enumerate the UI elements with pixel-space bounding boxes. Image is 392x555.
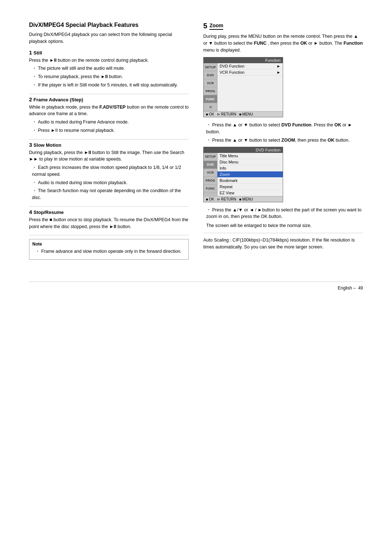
prog-icon: PROG (204, 87, 217, 95)
still-description: Press the ►II button on the remote contr… (29, 57, 189, 64)
title-menu-item: Title Menu (217, 153, 283, 159)
dvd-function-menu-body: SETUP DVD VCR PROG FUNC Title Menu Disc … (204, 153, 283, 196)
dvd-func-icon: FUNC (204, 185, 217, 193)
dvd-function-menu-title: DVD Function (204, 147, 283, 153)
dvd-function-menu-bottom: ■ OK ⊳ RETURN ■ MENU (204, 196, 283, 202)
still-bullet-3: If the player is left in Still mode for … (32, 82, 189, 89)
zoom-item: Zoom (217, 171, 283, 178)
ok-label: ■ OK (206, 112, 214, 116)
zoom-bullet-select-area: Press the ▲/▼ or ◄ / ►button to select t… (206, 207, 363, 220)
section-stop-resume: 4 Stop/Resume Press the ■ button once to… (29, 206, 189, 230)
dvd-prog-icon: PROG (204, 177, 217, 185)
page-number: 49 (358, 285, 363, 291)
divider-note (29, 235, 189, 235)
dvd-function-menu-screenshot: DVD Function SETUP DVD VCR PROG FUNC Tit… (203, 147, 283, 202)
stop-resume-description: Press the ■ button once to stop playback… (29, 216, 189, 230)
section-frame-advance: 2 Frame Advance (Step) While in playback… (29, 94, 189, 134)
info-item: Info (217, 165, 283, 171)
vcr-icon: VCR (204, 79, 217, 87)
page-content: DivX/MPEG4 Special Playback Features Dur… (29, 22, 363, 260)
zoom-label: Zoom (209, 23, 223, 30)
dvd-vcr-icon: VCR (204, 169, 217, 177)
slow-motion-bullet-2: Audio is muted during slow motion playba… (32, 179, 189, 186)
frame-advance-label: Frame Advance (Step) (33, 97, 83, 102)
ez-view-item: EZ View (217, 190, 283, 196)
dvd-setup-icon: SETUP (204, 153, 217, 161)
section-slow-motion: 3 Slow Motion During playback, press the… (29, 139, 189, 201)
slow-motion-label: Slow Motion (33, 142, 61, 148)
still-bullet-2: To resume playback, press the ►II button… (32, 73, 189, 80)
function-menu-screenshot: Function SETUP DVD VCR PROG FUNC ☆ DVD F… (203, 57, 283, 117)
still-bullet-1: The picture will still and the audio wil… (32, 65, 189, 72)
frame-advance-bullets: Audio is muted during Frame Advance mode… (29, 119, 189, 134)
intro-text: During DivX/MPEG4 playback you can selec… (29, 31, 189, 45)
zoom-bullet-zoom-select: Press the ▲ or ▼ button to select ZOOM, … (206, 137, 363, 144)
func-icon: FUNC (204, 95, 217, 103)
slow-motion-bullet-3: The Search function may not operate depe… (32, 187, 189, 201)
stop-resume-number: 4 (29, 209, 32, 215)
repeat-item: Repeat (217, 184, 283, 190)
star-icon: ☆ (204, 103, 217, 111)
dvd-ok-label: ■ OK (206, 197, 214, 201)
section-frame-advance-header: 2 Frame Advance (Step) (29, 94, 189, 102)
function-menu-items: DVD Function ► VCR Function ► (217, 63, 283, 111)
left-column: DivX/MPEG4 Special Playback Features Dur… (29, 22, 189, 260)
dvd-function-menu-icons: SETUP DVD VCR PROG FUNC (204, 153, 217, 196)
bookmark-item: Bookmark (217, 178, 283, 184)
function-menu-title: Function (204, 57, 283, 63)
note-bullets: Frame advance and slow motion operate on… (32, 248, 185, 255)
slow-motion-number: 3 (29, 142, 32, 148)
slow-motion-bullet-1: Each press increases the slow motion spe… (32, 164, 189, 178)
dvd-dvd-icon: DVD (204, 161, 217, 169)
note-title: Note (32, 242, 185, 247)
still-label: Still (33, 50, 42, 56)
divider-auto-scaling (203, 233, 363, 233)
section-stop-resume-header: 4 Stop/Resume (29, 206, 189, 215)
frame-advance-bullet-2: Press ►II to resume normal playback. (32, 127, 189, 134)
function-menu-body: SETUP DVD VCR PROG FUNC ☆ DVD Function ►… (204, 63, 283, 111)
empty-space (217, 76, 283, 92)
still-number: 1 (29, 49, 32, 56)
dvd-icon: DVD (204, 71, 217, 79)
setup-icon: SETUP (204, 63, 217, 71)
zoom-intro: During play, press the MENU button on th… (203, 33, 363, 53)
menu-label: ■ MENU (239, 112, 253, 116)
zoom-number: 5 (203, 22, 207, 30)
zoom-bullets-2: Press the ▲/▼ or ◄ / ►button to select t… (203, 207, 363, 220)
frame-advance-description: While in playback mode, press the F.ADV/… (29, 104, 189, 118)
page-footer: English – 49 (29, 281, 363, 291)
zoom-screen-info: The screen will be enlarged to twice the… (206, 222, 363, 229)
note-bullet-1: Frame advance and slow motion operate on… (35, 248, 185, 255)
dvd-function-menu-items: Title Menu Disc Menu Info Zoom Bookmark … (217, 153, 283, 196)
section-slow-motion-header: 3 Slow Motion (29, 139, 189, 148)
frame-advance-number: 2 (29, 96, 32, 102)
slow-motion-bullets: Each press increases the slow motion spe… (29, 164, 189, 201)
disc-menu-item: Disc Menu (217, 159, 283, 165)
still-bullets: The picture will still and the audio wil… (29, 65, 189, 88)
page-title: DivX/MPEG4 Special Playback Features (29, 22, 189, 28)
stop-resume-label: Stop/Resume (33, 210, 64, 215)
note-box: Note Frame advance and slow motion opera… (29, 239, 189, 260)
vcr-function-item: VCR Function ► (217, 69, 283, 76)
section-still: 1 Still Press the ►II button on the remo… (29, 49, 189, 89)
auto-scaling-text: Auto Scaling : CIF(100kbps)~D1(784kbps) … (203, 237, 363, 251)
footer-text: English – (338, 285, 358, 291)
frame-advance-bullet-1: Audio is muted during Frame Advance mode… (32, 119, 189, 126)
return-label: ⊳ RETURN (217, 112, 236, 116)
dvd-menu-label: ■ MENU (239, 197, 253, 201)
section-still-header: 1 Still (29, 49, 189, 56)
right-column: 5 Zoom During play, press the MENU butto… (203, 22, 363, 260)
zoom-bullets-1: Press the ▲ or ▼ button to select DVD Fu… (203, 122, 363, 143)
function-menu-bottom: ■ OK ⊳ RETURN ■ MENU (204, 111, 283, 117)
zoom-bullet-dvd-function: Press the ▲ or ▼ button to select DVD Fu… (206, 122, 363, 135)
function-menu-icons: SETUP DVD VCR PROG FUNC ☆ (204, 63, 217, 111)
zoom-header: 5 Zoom (203, 22, 363, 30)
dvd-return-label: ⊳ RETURN (217, 197, 236, 201)
dvd-function-item: DVD Function ► (217, 63, 283, 69)
slow-motion-description: During playback, press the ►II button to… (29, 149, 189, 163)
